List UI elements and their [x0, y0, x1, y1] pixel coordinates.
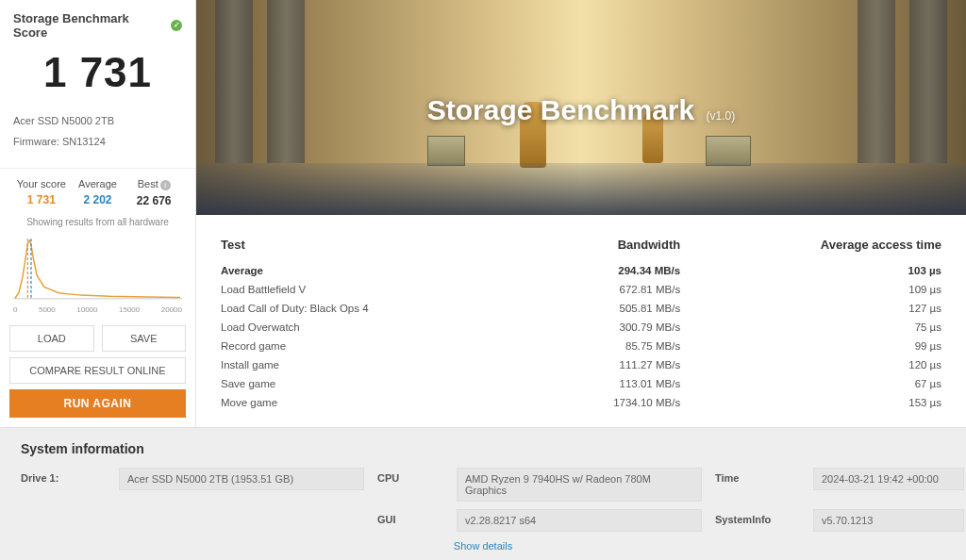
cell-test: Load Battlefield V [217, 280, 533, 299]
score-comparison: Your score 1 731 Average 2 202 Besti 22 … [0, 169, 195, 213]
cell-bandwidth: 85.75 MB/s [533, 337, 685, 355]
xaxis-tick: 5000 [39, 305, 56, 314]
table-row: Load Call of Duty: Black Ops 4505.81 MB/… [217, 299, 945, 318]
hero-version: (v1.0) [707, 109, 736, 123]
your-score-col: Your score 1 731 [13, 178, 70, 207]
cell-test: Average [217, 261, 533, 280]
cell-access: 153 µs [684, 393, 945, 412]
hero-pillar [215, 0, 253, 163]
table-row: Record game85.75 MB/s99 µs [217, 337, 945, 355]
cpu-label: CPU [377, 468, 443, 484]
xaxis-tick: 0 [13, 305, 17, 314]
device-name: Acer SSD N5000 2TB [13, 115, 182, 126]
table-row: Save game113.01 MB/s67 µs [217, 374, 945, 393]
cell-test: Load Call of Duty: Black Ops 4 [217, 299, 533, 318]
sysinfo-grid: Drive 1: Acer SSD N5000 2TB (1953.51 GB)… [21, 468, 945, 532]
gui-value: v2.28.8217 s64 [457, 509, 702, 532]
xaxis-tick: 15000 [119, 305, 140, 314]
histogram-svg [13, 235, 182, 301]
systeminfo-value: v5.70.1213 [813, 509, 964, 532]
table-row: Move game1734.10 MB/s153 µs [217, 393, 945, 412]
check-icon: ✓ [171, 20, 182, 31]
col-access: Average access time [684, 232, 945, 261]
table-row: Load Overwatch300.79 MB/s75 µs [217, 318, 945, 337]
sidebar: Storage Benchmark Score ✓ 1 731 Acer SSD… [0, 0, 196, 427]
average-score-col: Average 2 202 [70, 178, 126, 207]
cell-access: 120 µs [684, 355, 945, 374]
table-row: Install game111.27 MB/s120 µs [217, 355, 945, 374]
score-block: Storage Benchmark Score ✓ 1 731 Acer SSD… [0, 0, 195, 168]
score-title-row: Storage Benchmark Score ✓ [13, 11, 182, 40]
hero-title-text: Storage Benchmark [427, 94, 694, 125]
hero-floor [196, 163, 966, 215]
xaxis-tick: 10000 [76, 305, 97, 314]
best-value: 22 676 [125, 194, 182, 207]
your-score-label: Your score [13, 178, 70, 189]
main-panel: Storage Benchmark (v1.0) Test Bandwidth … [196, 0, 966, 427]
gui-label: GUI [377, 509, 443, 525]
load-save-row: LOAD SAVE [0, 320, 195, 357]
sysinfo-title: System information [21, 441, 945, 456]
cpu-value: AMD Ryzen 9 7940HS w/ Radeon 780M Graphi… [457, 468, 702, 502]
big-score: 1 731 [13, 49, 182, 96]
histogram-xaxis: 0 5000 10000 15000 20000 [13, 304, 182, 314]
time-value: 2024-03-21 19:42 +00:00 [813, 468, 964, 490]
drive1-value: Acer SSD N5000 2TB (1953.51 GB) [119, 468, 364, 490]
average-label: Average [70, 178, 126, 189]
cell-bandwidth: 1734.10 MB/s [533, 393, 685, 412]
time-label: Time [715, 468, 800, 484]
cell-access: 99 µs [684, 337, 945, 355]
results-table-wrap: Test Bandwidth Average access time Avera… [196, 215, 966, 427]
table-row: Average294.34 MB/s103 µs [217, 261, 945, 280]
best-label: Besti [125, 178, 182, 190]
save-button[interactable]: SAVE [102, 325, 187, 352]
cell-bandwidth: 111.27 MB/s [533, 355, 685, 374]
hero-pillar [909, 0, 947, 163]
cell-access: 109 µs [684, 280, 945, 299]
cell-test: Save game [217, 374, 533, 393]
system-information: System information Drive 1: Acer SSD N50… [0, 427, 966, 560]
col-bandwidth: Bandwidth [533, 232, 685, 261]
compare-online-button[interactable]: COMPARE RESULT ONLINE [9, 357, 186, 384]
cell-access: 127 µs [684, 299, 945, 318]
best-score-col: Besti 22 676 [125, 178, 182, 207]
cell-bandwidth: 672.81 MB/s [533, 280, 685, 299]
run-again-button[interactable]: RUN AGAIN [9, 389, 186, 418]
cell-bandwidth: 113.01 MB/s [533, 374, 685, 393]
top-row: Storage Benchmark Score ✓ 1 731 Acer SSD… [0, 0, 966, 427]
cell-access: 67 µs [684, 374, 945, 393]
hero-crate [706, 136, 751, 166]
cell-test: Record game [217, 337, 533, 355]
cell-bandwidth: 300.79 MB/s [533, 318, 685, 337]
cell-bandwidth: 294.34 MB/s [533, 261, 685, 280]
firmware-line: Firmware: SN13124 [13, 136, 182, 147]
cell-access: 103 µs [684, 261, 945, 280]
hero-banner: Storage Benchmark (v1.0) [196, 0, 966, 215]
xaxis-tick: 20000 [161, 305, 182, 314]
load-button[interactable]: LOAD [9, 325, 94, 352]
info-icon[interactable]: i [160, 180, 171, 190]
score-title-text: Storage Benchmark Score [13, 11, 165, 40]
your-score-value: 1 731 [13, 193, 70, 206]
table-header-row: Test Bandwidth Average access time [217, 232, 945, 261]
score-histogram: 0 5000 10000 15000 20000 [0, 235, 195, 320]
drive1-label: Drive 1: [21, 468, 106, 484]
cell-test: Move game [217, 393, 533, 412]
results-table: Test Bandwidth Average access time Avera… [217, 232, 945, 412]
cell-test: Load Overwatch [217, 318, 533, 337]
app-root: Storage Benchmark Score ✓ 1 731 Acer SSD… [0, 0, 966, 560]
systeminfo-label: SystemInfo [715, 509, 800, 525]
hero-title: Storage Benchmark (v1.0) [196, 94, 966, 126]
show-details-row: Show details [21, 532, 945, 552]
results-note: Showing results from all hardware [0, 213, 195, 235]
table-row: Load Battlefield V672.81 MB/s109 µs [217, 280, 945, 299]
col-test: Test [217, 232, 533, 261]
cell-access: 75 µs [684, 318, 945, 337]
hero-pillar [267, 0, 305, 163]
hero-crate [427, 136, 465, 166]
show-details-link[interactable]: Show details [454, 540, 512, 552]
average-value: 2 202 [70, 193, 126, 206]
hero-pillar [858, 0, 895, 163]
cell-bandwidth: 505.81 MB/s [533, 299, 685, 318]
cell-test: Install game [217, 355, 533, 374]
